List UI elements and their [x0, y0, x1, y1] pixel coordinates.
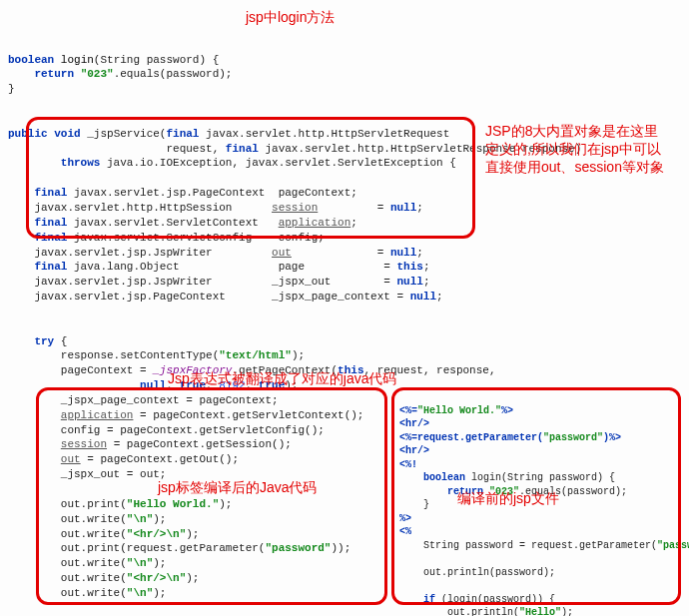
code: ;: [350, 217, 357, 229]
string: "password": [543, 432, 603, 443]
keyword: boolean: [8, 54, 54, 66]
method-name: _jspService(: [87, 128, 166, 140]
jsp-tag: <%: [399, 526, 411, 537]
keyword: final: [166, 128, 199, 140]
annotation-compiled: jsp标签编译后的Java代码: [158, 478, 317, 496]
code: java.lang.Object page =: [67, 261, 396, 273]
var: out: [61, 453, 81, 465]
string: "<hr/>\n": [127, 528, 186, 540]
jsp-tag: <%=request.getParameter(: [399, 432, 543, 443]
code: );: [219, 498, 232, 510]
code: =: [318, 202, 390, 214]
var: application: [61, 409, 134, 421]
string: "023": [81, 68, 114, 80]
jsp-tag: )%>: [603, 432, 621, 443]
keyword: public: [8, 128, 48, 140]
code: pageContext =: [61, 364, 153, 376]
code: out.println(password);: [399, 567, 555, 578]
code: ));: [331, 542, 350, 554]
code: config = pageContext.getServletConfig();: [61, 424, 325, 436]
code: javax.servlet.http.HttpSession: [34, 202, 272, 214]
type: javax.servlet.http.HttpServletRequest: [206, 128, 449, 140]
keyword: try: [34, 335, 54, 347]
code: login(String password) {: [465, 472, 615, 483]
code: out.write(: [61, 587, 127, 599]
string: "\n": [127, 513, 153, 525]
var: application: [279, 217, 351, 229]
keyword: final: [34, 232, 67, 244]
code: javax.servlet.ServletConfig config;: [67, 232, 324, 244]
code: =: [292, 247, 390, 259]
code: = pageContext.getOut();: [81, 453, 239, 465]
code: [399, 594, 423, 605]
method-name: login: [61, 54, 94, 66]
code: [399, 472, 423, 483]
string: "Hello World.": [127, 498, 219, 510]
annotation-expr: Jsp表达式被翻译成了对应的java代码: [168, 369, 396, 387]
code: out.write(: [61, 572, 127, 584]
code: );: [153, 557, 166, 569]
code: .equals(password);: [114, 68, 233, 80]
keyword: return: [34, 68, 74, 80]
code: String password = request.getParameter(: [399, 540, 657, 551]
keyword: null: [390, 202, 416, 214]
keyword: final: [226, 143, 259, 155]
code: out.println(: [399, 607, 519, 616]
brace: }: [8, 83, 15, 95]
code: );: [292, 349, 305, 361]
keyword: if: [423, 594, 435, 605]
code: out.write(: [61, 513, 127, 525]
code: response.setContentType(: [61, 349, 219, 361]
keyword: final: [34, 187, 67, 199]
string: "password": [657, 540, 689, 551]
code: [61, 379, 140, 391]
code-viewport: boolean login(String password) { return …: [8, 8, 681, 616]
code: );: [153, 587, 166, 599]
code: = pageContext.getSession();: [107, 438, 292, 450]
code: java.io.IOException, javax.servlet.Servl…: [100, 157, 455, 169]
var: out: [272, 247, 292, 259]
code: javax.servlet.ServletContext: [67, 217, 278, 229]
jsp-tag: %>: [501, 405, 513, 416]
keyword: final: [34, 261, 67, 273]
keyword: null: [410, 291, 436, 303]
code: [399, 486, 447, 497]
keyword: null: [390, 247, 416, 259]
keyword: null: [396, 276, 422, 288]
code: _jspx_page_context = pageContext;: [61, 394, 279, 406]
params: (String password) {: [94, 54, 219, 66]
string: "text/html": [219, 349, 292, 361]
code: javax.servlet.jsp.PageContext _jspx_page…: [34, 291, 409, 303]
annotation-login: jsp中login方法: [246, 8, 335, 26]
annotation-source: 编译前的jsp文件: [457, 489, 559, 507]
var: session: [272, 202, 318, 214]
keyword: final: [34, 217, 67, 229]
code: javax.servlet.jsp.JspWriter: [34, 247, 272, 259]
jsp-tag: <%!: [399, 459, 417, 470]
code: out.print(: [61, 498, 127, 510]
jsp-tag: <%=: [399, 405, 417, 416]
code: javax.servlet.jsp.JspWriter _jspx_out =: [34, 276, 396, 288]
jsp-tag: %>: [399, 513, 411, 524]
string: "<hr/>\n": [127, 572, 186, 584]
string: "Hello": [519, 607, 561, 616]
annotation-builtin: JSP的8大内置对象是在这里 定义的,所以我们在jsp中可以 直接使用out、s…: [485, 122, 664, 177]
keyword: throws: [61, 157, 101, 169]
code: out.print(request.getParameter(: [61, 542, 266, 554]
code: (login(password)) {: [435, 594, 555, 605]
code: = pageContext.getServletContext();: [133, 409, 363, 421]
code: _jspx_out = out;: [61, 468, 167, 480]
code: out.write(: [61, 557, 127, 569]
keyword: this: [396, 261, 422, 273]
code: );: [186, 572, 199, 584]
string: "password": [265, 542, 331, 554]
var: session: [61, 438, 107, 450]
code: }: [399, 499, 429, 510]
string: "\n": [127, 587, 153, 599]
code: request,: [8, 143, 226, 155]
keyword: boolean: [423, 472, 465, 483]
code: );: [561, 607, 573, 616]
html-tag: <hr/>: [399, 418, 429, 429]
code-line: boolean login(String password) { return …: [8, 54, 232, 96]
keyword: null: [140, 379, 166, 391]
